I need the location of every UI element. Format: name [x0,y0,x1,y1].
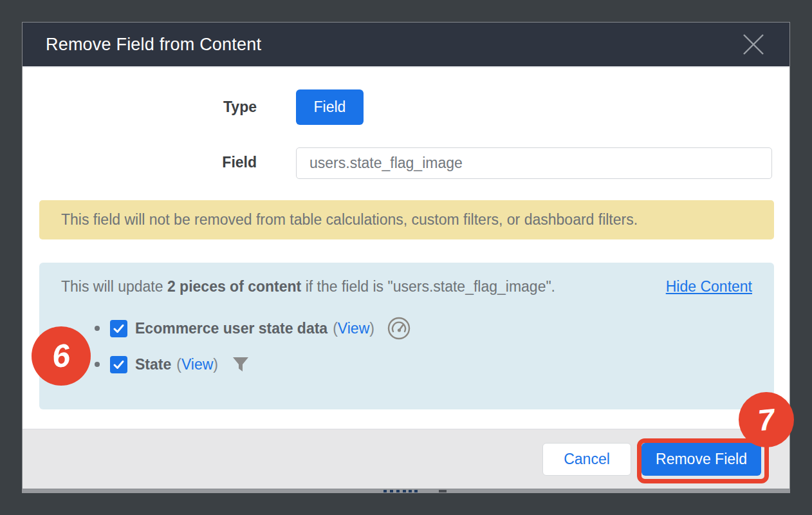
dashboard-checkbox[interactable] [110,320,127,337]
remove-field-button[interactable]: Remove Field [641,443,761,476]
checkmark-icon [113,359,125,371]
content-item-label: State [135,356,171,373]
list-item-dashboard: Ecommerce user state data (View) [61,317,752,339]
filter-icon [230,353,252,375]
bullet-icon [95,362,100,367]
type-label: Type [23,98,257,116]
affected-content-list: Ecommerce user state data (View) [61,317,752,375]
warning-banner-text: This field will not be removed from tabl… [61,211,638,229]
cancel-button[interactable]: Cancel [542,443,631,476]
field-label: Field [23,154,257,171]
view-link-wrap: (View) [333,320,374,337]
view-link[interactable]: View [338,320,369,337]
dialog-title: Remove Field from Content [46,35,261,55]
view-link[interactable]: View [181,356,213,373]
dialog-header: Remove Field from Content [23,23,789,68]
pieces-count: 2 pieces of content [167,278,301,295]
list-item-look: State (View) [61,353,752,375]
look-checkbox[interactable] [110,356,127,373]
affected-content-panel: This will update 2 pieces of content if … [39,263,774,409]
dashboard-gauge-icon [386,315,412,341]
dialog-footer: Cancel Remove Field [23,429,789,489]
field-name-input[interactable] [296,147,772,179]
underlying-page-sliver [22,489,790,493]
update-message: This will update 2 pieces of content if … [61,278,555,295]
warning-banner: This field will not be removed from tabl… [39,200,774,239]
type-field-button[interactable]: Field [296,89,364,125]
content-item-label: Ecommerce user state data [135,320,328,337]
close-icon [739,30,768,59]
checkmark-icon [113,323,125,335]
view-link-wrap: (View) [176,356,218,373]
bullet-icon [95,326,100,331]
close-button[interactable] [738,29,769,60]
remove-field-dialog: Remove Field from Content Type Field Fie… [22,22,790,489]
hide-content-link[interactable]: Hide Content [666,278,752,295]
screen-background: Remove Field from Content Type Field Fie… [0,0,812,515]
